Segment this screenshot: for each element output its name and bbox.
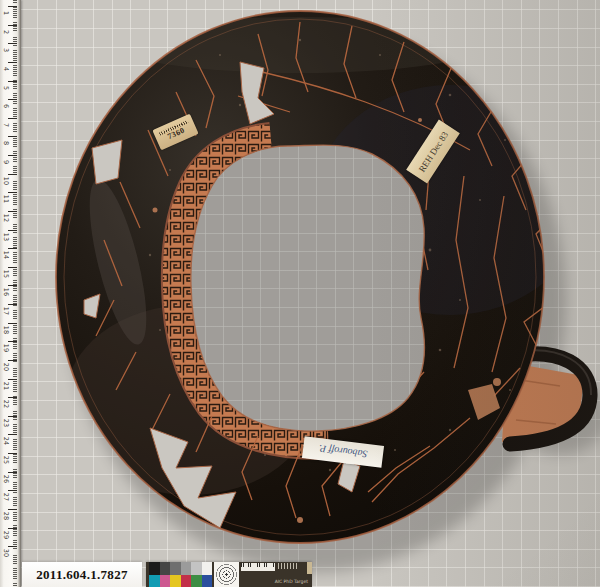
ruler-number: 18	[3, 325, 9, 335]
calibration-tick-strip	[278, 563, 298, 569]
ruler-cm-tick	[8, 99, 17, 100]
ruler-number: 15	[3, 269, 9, 279]
ruler-cm-tick	[8, 416, 17, 417]
color-patch	[149, 575, 160, 587]
photo-stage: 7360 REH Dec 83 Sabouroff P. 12345678910…	[0, 0, 600, 587]
ruler-cm-tick	[8, 546, 17, 547]
calibration-bullseye-icon	[214, 562, 239, 587]
ruler-cm-tick	[8, 285, 17, 286]
ruler-cm-tick	[8, 341, 17, 342]
ruler-number: 20	[3, 362, 9, 372]
ruler-number: 11	[3, 194, 9, 204]
ruler-cm-tick	[8, 211, 17, 212]
ruler-number: 28	[3, 511, 9, 521]
gray-patch	[191, 562, 202, 575]
color-patch	[202, 575, 213, 587]
ruler-cm-tick	[8, 304, 17, 305]
ruler-number: 5	[3, 83, 9, 93]
ruler-number: 26	[3, 474, 9, 484]
ruler-cm-tick	[8, 118, 17, 119]
calibration-mini-ruler	[241, 563, 275, 571]
ruler-number: 23	[3, 418, 9, 428]
ruler-number: 24	[3, 436, 9, 446]
ruler-cm-tick	[8, 136, 17, 137]
ruler-cm-tick	[8, 43, 17, 44]
ruler-cm-tick	[8, 323, 17, 324]
ruler-number: 21	[3, 381, 9, 391]
ruler-cm-tick	[8, 360, 17, 361]
color-patch	[170, 575, 181, 587]
ruler-number: 13	[3, 232, 9, 242]
gray-patch	[149, 562, 160, 575]
ruler-mm-ticks	[13, 0, 17, 587]
ruler-cm-tick	[8, 248, 17, 249]
ruler-cm-tick	[8, 453, 17, 454]
ruler-number: 8	[3, 138, 9, 148]
accession-number: 2011.604.1.7827	[36, 567, 128, 583]
ruler-number: 22	[3, 399, 9, 409]
color-patch	[160, 575, 171, 587]
calibration-end-tab	[307, 562, 312, 574]
ruler-cm-tick	[8, 230, 17, 231]
ruler: 1234567891011121314151617181920212223242…	[0, 0, 21, 587]
ruler-cm-tick	[8, 62, 17, 63]
ruler-number: 19	[3, 343, 9, 353]
ruler-number: 9	[3, 157, 9, 167]
ruler-cm-tick	[8, 25, 17, 26]
ruler-number: 29	[3, 530, 9, 540]
ruler-cm-tick	[8, 472, 17, 473]
ruler-cm-tick	[8, 509, 17, 510]
ruler-number: 16	[3, 287, 9, 297]
ruler-number: 25	[3, 455, 9, 465]
accession-label: 2011.604.1.7827	[22, 562, 142, 587]
sticker-bottom-text: Sabouroff P.	[318, 444, 368, 461]
ruler-cm-tick	[8, 6, 17, 7]
ruler-number: 30	[3, 548, 9, 558]
calibration-title: AIC PhD Target	[264, 579, 308, 584]
gray-patch	[160, 562, 171, 575]
ruler-number: 7	[3, 120, 9, 130]
ruler-number: 3	[3, 45, 9, 55]
calibration-target: AIC PhD Target	[146, 562, 312, 587]
ruler-number: 27	[3, 492, 9, 502]
ruler-number: 14	[3, 250, 9, 260]
calibration-right-section: AIC PhD Target	[239, 562, 312, 587]
gray-patch	[170, 562, 181, 575]
ruler-cm-tick	[8, 155, 17, 156]
kylix-artifact	[0, 0, 600, 587]
ruler-number: 4	[3, 64, 9, 74]
ruler-cm-tick	[8, 528, 17, 529]
gray-patch	[181, 562, 192, 575]
ruler-cm-tick	[8, 490, 17, 491]
ruler-number: 2	[3, 27, 9, 37]
ruler-number: 1	[3, 8, 9, 18]
ruler-number: 17	[3, 306, 9, 316]
ruler-number: 6	[3, 101, 9, 111]
ruler-number: 12	[3, 213, 9, 223]
ruler-cm-tick	[8, 434, 17, 435]
calibration-patches	[149, 562, 212, 587]
ruler-number: 10	[3, 176, 9, 186]
ruler-cm-tick	[8, 174, 17, 175]
ruler-cm-tick	[8, 81, 17, 82]
ruler-cm-tick	[8, 267, 17, 268]
ruler-cm-tick	[8, 379, 17, 380]
gray-patch	[202, 562, 213, 575]
color-patch	[181, 575, 192, 587]
color-patch	[191, 575, 202, 587]
ruler-cm-tick	[8, 192, 17, 193]
ruler-cm-tick	[8, 397, 17, 398]
